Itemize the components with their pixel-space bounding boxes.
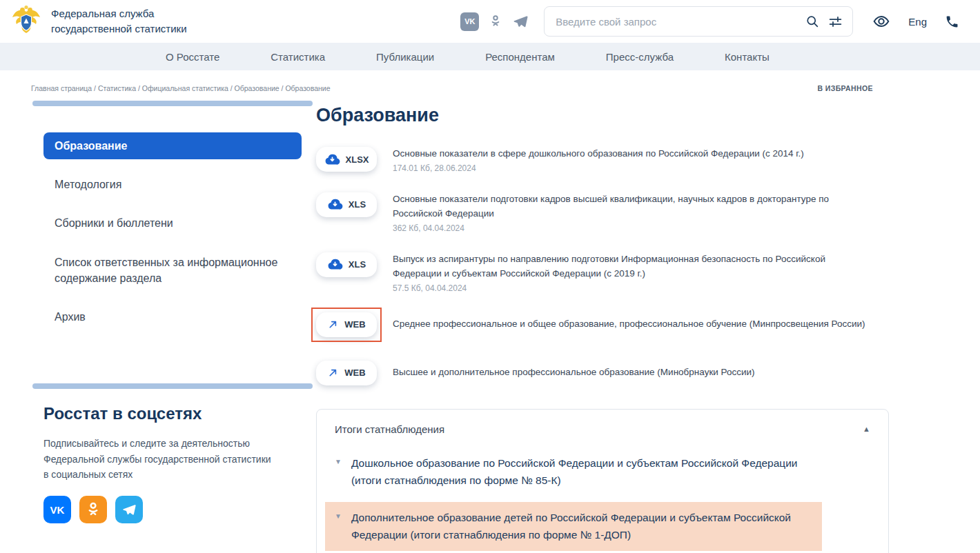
- triangle-up-icon[interactable]: ▲: [863, 425, 870, 433]
- sidebar-item[interactable]: Образование: [43, 132, 302, 159]
- nav-item[interactable]: Статистика: [271, 51, 325, 63]
- social-card: Росстат в соцсетях Подписывайтесь и след…: [31, 389, 314, 523]
- sidebar-menu: ОбразованиеМетодологияСборники и бюллете…: [31, 106, 314, 383]
- add-to-favorites-button[interactable]: В ИЗБРАННОЕ: [817, 84, 873, 92]
- badge-label: WEB: [344, 368, 365, 378]
- badge-label: WEB: [344, 319, 365, 330]
- external-link-icon: [327, 367, 339, 379]
- accordion-panel: Итоги статнаблюдения ▲ ▼Дошкольное образ…: [316, 409, 889, 553]
- main-nav: О РосстатеСтатистикаПубликацииРеспондент…: [0, 43, 980, 70]
- file-title[interactable]: Среднее профессиональное и общее образов…: [393, 317, 865, 332]
- badge-wrap: XLSX: [316, 147, 377, 172]
- accordion-title: Итоги статнаблюдения: [335, 423, 444, 435]
- badge-wrap: WEB: [316, 361, 377, 385]
- nav-item[interactable]: Контакты: [725, 51, 770, 63]
- accordion-list: ▼Дошкольное образование по Российской Фе…: [335, 454, 870, 553]
- highlight-annotation-box: WEB: [316, 312, 377, 337]
- nav-item[interactable]: Респондентам: [485, 51, 555, 63]
- file-title[interactable]: Основные показатели в сфере дошкольного …: [393, 147, 804, 161]
- nav-item[interactable]: О Росстате: [166, 51, 219, 63]
- external-link-icon: [327, 319, 339, 330]
- sidebar-item[interactable]: Методология: [43, 171, 302, 198]
- accordion-item[interactable]: ▼Дошкольное образование по Российской Фе…: [335, 454, 832, 490]
- file-item: XLSXОсновные показатели в сфере дошкольн…: [316, 147, 889, 173]
- file-meta: 57.5 Кб, 04.04.2024: [393, 283, 876, 293]
- site-title: Федеральная служба государственной стати…: [51, 6, 187, 37]
- file-meta: 362 Кб, 04.04.2024: [393, 223, 876, 233]
- sidebar: ОбразованиеМетодологияСборники и бюллете…: [31, 101, 314, 553]
- telegram-icon[interactable]: [512, 13, 529, 30]
- ok-icon[interactable]: [79, 496, 107, 523]
- badge-wrap: XLS: [316, 192, 377, 217]
- file-item: WEBВысшее и дополнительное профессиональ…: [316, 361, 889, 385]
- telegram-icon[interactable]: [115, 496, 143, 523]
- search-icon[interactable]: [805, 14, 820, 29]
- sidebar-item[interactable]: Сборники и бюллетени: [43, 210, 302, 237]
- phone-icon[interactable]: [945, 14, 959, 29]
- file-title[interactable]: Основные показатели подготовки кадров вы…: [393, 192, 876, 221]
- breadcrumb[interactable]: Главная страница / Статистика / Официаль…: [31, 84, 331, 92]
- filter-sliders-icon[interactable]: [828, 14, 843, 29]
- accordion-header[interactable]: Итоги статнаблюдения ▲: [335, 423, 870, 435]
- download-badge[interactable]: XLS: [316, 192, 377, 217]
- search-input[interactable]: [556, 16, 797, 28]
- download-badge[interactable]: XLS: [316, 252, 377, 277]
- file-item: XLSОсновные показатели подготовки кадров…: [316, 192, 889, 233]
- badge-label: XLS: [349, 199, 366, 210]
- vk-icon[interactable]: VK: [43, 496, 71, 523]
- web-link-badge[interactable]: WEB: [316, 361, 377, 385]
- file-title[interactable]: Выпуск из аспирантуры по направлению под…: [393, 252, 876, 281]
- web-link-badge[interactable]: WEB: [316, 312, 377, 337]
- download-cloud-icon: [324, 152, 340, 168]
- file-item: XLSВыпуск из аспирантуры по направлению …: [316, 252, 889, 293]
- accordion-item-label: Дошкольное образование по Российской Фед…: [351, 454, 800, 490]
- download-cloud-icon: [327, 257, 343, 272]
- badge-label: XLSX: [346, 154, 369, 165]
- page-title: Образование: [316, 105, 889, 126]
- vk-icon[interactable]: VK: [460, 12, 479, 31]
- accordion-item[interactable]: ▼Дополнительное образование детей по Рос…: [325, 502, 822, 551]
- social-card-text: Подписывайтесь и следите за деятельность…: [43, 436, 271, 482]
- social-card-title: Росстат в соцсетях: [43, 404, 302, 423]
- badge-label: XLS: [349, 259, 366, 270]
- file-list: XLSXОсновные показатели в сфере дошкольн…: [316, 147, 889, 385]
- rosstat-emblem-icon: [10, 4, 43, 39]
- triangle-down-icon[interactable]: ▼: [335, 509, 342, 544]
- header-social-links: VK: [460, 12, 529, 31]
- download-cloud-icon: [327, 197, 343, 212]
- ok-icon[interactable]: [488, 14, 503, 29]
- eye-icon[interactable]: [872, 12, 890, 30]
- sidebar-divider-top: [32, 101, 313, 106]
- main-content: Образование XLSXОсновные показатели в сф…: [316, 101, 889, 553]
- sidebar-item[interactable]: Список ответственных за информационное с…: [43, 249, 302, 292]
- badge-wrap: XLS: [316, 252, 377, 277]
- search-bar: [544, 6, 853, 37]
- triangle-down-icon[interactable]: ▼: [335, 454, 342, 490]
- header: Федеральная служба государственной стати…: [0, 0, 980, 43]
- sidebar-item[interactable]: Архив: [43, 303, 302, 330]
- nav-item[interactable]: Публикации: [376, 51, 434, 63]
- file-item: WEBСреднее профессиональное и общее обра…: [316, 312, 889, 337]
- accordion-item-label: Дополнительное образование детей по Росс…: [351, 509, 800, 544]
- file-title[interactable]: Высшее и дополнительное профессиональное…: [393, 365, 755, 380]
- language-toggle[interactable]: Eng: [908, 16, 927, 28]
- sidebar-divider-bottom: [32, 383, 313, 389]
- download-badge[interactable]: XLSX: [316, 147, 377, 172]
- nav-item[interactable]: Пресс-служба: [606, 51, 674, 63]
- file-meta: 174.01 Кб, 28.06.2024: [393, 163, 804, 173]
